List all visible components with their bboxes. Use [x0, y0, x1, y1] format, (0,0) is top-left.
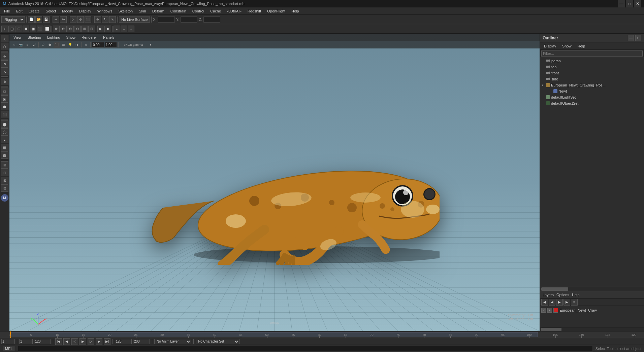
next-keyframe-button[interactable]: ▷	[88, 338, 94, 345]
x-input[interactable]	[158, 16, 175, 23]
left-d4-button[interactable]: ⊡	[1, 184, 8, 192]
redo-button[interactable]: ↪	[60, 16, 67, 23]
layers-options-tab[interactable]: Options	[556, 293, 569, 297]
layer-color-swatch[interactable]	[553, 308, 558, 313]
left-c3-button[interactable]: ⬥	[1, 136, 8, 143]
tb2-b4-button[interactable]: ⬜	[44, 26, 51, 32]
left-scale-button[interactable]: ⤡	[1, 68, 8, 75]
tb2-snap4-button[interactable]: ⊙	[74, 26, 81, 32]
rotate-tool-button[interactable]: ↻	[102, 16, 108, 23]
menu-skeleton[interactable]: Skeleton	[116, 7, 135, 15]
left-b3-button[interactable]: ⬢	[1, 103, 8, 110]
menu-modify[interactable]: Modify	[59, 7, 75, 15]
maximize-button[interactable]: □	[626, 0, 633, 7]
tree-item-newt[interactable]: Newt	[540, 88, 644, 94]
z-input[interactable]	[203, 16, 220, 23]
layers-tab[interactable]: Layers	[543, 293, 554, 297]
tb2-snap1-button[interactable]: ⊕	[53, 26, 60, 32]
tb2-lasso-button[interactable]: ◫	[8, 26, 15, 32]
open-file-button[interactable]: 📂	[35, 16, 42, 23]
new-file-button[interactable]: 📄	[28, 16, 35, 23]
left-b1-button[interactable]: □	[1, 87, 8, 95]
layer-next-btn[interactable]: ▶	[556, 299, 563, 306]
vp-tb-solid-btn[interactable]: ⬛	[54, 42, 60, 48]
vp-tb-xray-btn[interactable]: ◈	[83, 42, 89, 48]
left-c4-button[interactable]: ▦	[1, 144, 8, 151]
layer-vis-button[interactable]: V	[541, 308, 546, 313]
menu-constrain[interactable]: Constrain	[168, 7, 189, 15]
layer-prev2-btn[interactable]: ◀	[549, 299, 555, 306]
vp-tb-tex-btn[interactable]: ▦	[60, 42, 66, 48]
outliner-filter-input[interactable]	[541, 50, 643, 57]
menu-skin[interactable]: Skin	[136, 7, 149, 15]
hscroll-thumb[interactable]	[541, 287, 568, 291]
vp-tb-light-btn[interactable]: 💡	[67, 42, 73, 48]
range-start-input[interactable]	[19, 339, 33, 344]
tree-item-objectset[interactable]: defaultObjectSet	[540, 100, 644, 106]
layer-p-button[interactable]: P	[547, 308, 552, 313]
prev-keyframe-button[interactable]: ◁	[71, 338, 78, 345]
menu-display[interactable]: Display	[76, 7, 94, 15]
tree-item-front[interactable]: front	[540, 70, 644, 76]
vp-menu-shading[interactable]: Shading	[25, 35, 44, 40]
tree-item-persp[interactable]: persp	[540, 58, 644, 64]
vp-tb-camera-btn[interactable]: 📷	[18, 42, 24, 48]
tb2-paint-button[interactable]: ⬡	[15, 26, 22, 32]
vp-menu-view[interactable]: View	[11, 35, 24, 40]
vp-tb-brush-btn[interactable]: 🖌	[31, 42, 37, 48]
vp-tb-grid-btn[interactable]: #	[24, 42, 30, 48]
goto-end-button[interactable]: ▶|	[104, 338, 110, 345]
layers-hscroll[interactable]	[540, 327, 644, 331]
undo-button[interactable]: ↩	[53, 16, 59, 23]
tb2-snap6-button[interactable]: ⊟	[88, 26, 95, 32]
tb2-anim1-button[interactable]: ⬥	[114, 26, 120, 32]
layers-hscroll-thumb[interactable]	[541, 328, 561, 331]
anim-layer-select[interactable]: No Anim Layer	[154, 339, 191, 344]
vp-menu-panels[interactable]: Panels	[100, 35, 117, 40]
menu-3dtoall[interactable]: -3DtoAll-	[224, 7, 244, 15]
next-frame-button[interactable]: ▶	[96, 338, 102, 345]
title-bar-controls[interactable]: — □ ✕	[618, 0, 641, 7]
prev-frame-button[interactable]: ◀	[63, 338, 70, 345]
left-d2-button[interactable]: ⊟	[1, 169, 8, 176]
tree-item-newt-group[interactable]: ▼ European_Newt_Crawling_Pos...	[540, 82, 644, 88]
mel-label[interactable]: MEL	[3, 346, 15, 351]
tb2-snap2-button[interactable]: ⊗	[60, 26, 67, 32]
layer-next2-btn[interactable]: ▶	[564, 299, 570, 306]
vp-menu-lighting[interactable]: Lighting	[44, 35, 63, 40]
outliner-help-menu[interactable]: Help	[575, 43, 588, 49]
left-c1-button[interactable]: ⬤	[1, 120, 8, 128]
viewport[interactable]: View Shading Lighting Show Renderer Pane…	[9, 34, 540, 331]
vp-menu-renderer[interactable]: Renderer	[79, 35, 100, 40]
layer-menu-btn[interactable]: ≡	[571, 299, 578, 306]
menu-control[interactable]: Control	[190, 7, 207, 15]
tree-item-top[interactable]: top	[540, 64, 644, 70]
outliner-float-button[interactable]: —	[628, 35, 634, 41]
outliner-hscroll[interactable]	[540, 287, 644, 291]
save-file-button[interactable]: 💾	[43, 16, 50, 23]
tb2-snap3-button[interactable]: ⊘	[67, 26, 74, 32]
tb2-b3-button[interactable]: ⬛	[37, 26, 43, 32]
tree-item-side[interactable]: side	[540, 76, 644, 82]
vp-gamma-button[interactable]: sRGB gamma	[120, 42, 147, 48]
left-d1-button[interactable]: ⊞	[1, 161, 8, 169]
left-b2-button[interactable]: ▣	[1, 95, 8, 103]
keyframe-range-start[interactable]	[115, 339, 132, 344]
menu-create[interactable]: Create	[26, 7, 42, 15]
no-live-surface-button[interactable]: No Live Surface	[119, 16, 150, 23]
left-lasso-button[interactable]: ⬡	[1, 43, 8, 50]
tb2-render1-button[interactable]: ▶	[97, 26, 104, 32]
vp-tb-select-btn[interactable]: ◁	[11, 42, 17, 48]
tb2-anim3-button[interactable]: ⬧	[128, 26, 134, 32]
vp-tb-smooth-btn[interactable]: ⬢	[47, 42, 53, 48]
left-snap-button[interactable]: ⊕	[1, 78, 8, 85]
menu-windows[interactable]: Windows	[95, 7, 115, 15]
tb2-anim2-button[interactable]: ⬦	[121, 26, 127, 32]
menu-edit[interactable]: Edit	[13, 7, 25, 15]
paint-select-button[interactable]: ⬛	[85, 16, 91, 23]
vp-tb-shadow-btn[interactable]: ◑	[74, 42, 80, 48]
tb2-snap5-button[interactable]: ⊞	[81, 26, 88, 32]
tb2-b2-button[interactable]: ▣	[30, 26, 36, 32]
lasso-select-button[interactable]: ⊙	[77, 16, 84, 23]
tb2-b1-button[interactable]: ⬢	[23, 26, 29, 32]
